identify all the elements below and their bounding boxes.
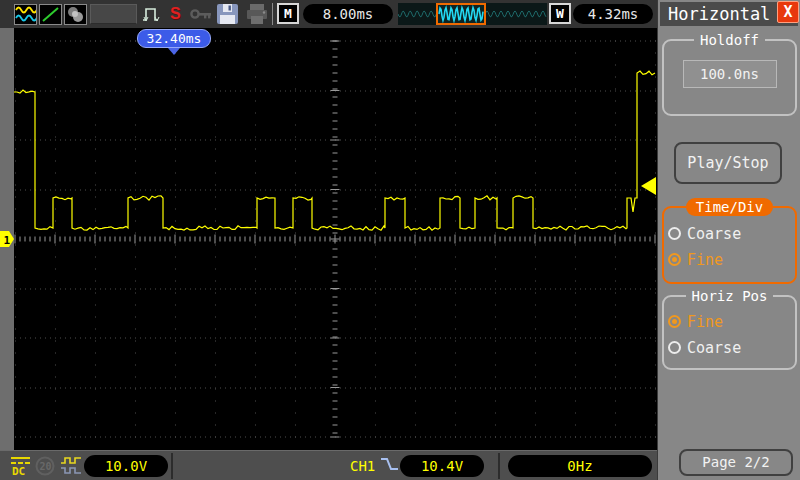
trigger-position-balloon: 32.40ms bbox=[137, 29, 211, 48]
radio-label: Coarse bbox=[687, 339, 741, 357]
time-div-fine-radio[interactable]: Fine bbox=[668, 251, 795, 268]
main-timebase-readout: 8.00ms bbox=[303, 4, 393, 24]
channel-waves-icon[interactable] bbox=[14, 4, 37, 25]
window-zoom-preview[interactable] bbox=[398, 3, 547, 25]
statusbar-separator bbox=[171, 453, 173, 479]
svg-text:20: 20 bbox=[40, 461, 52, 472]
window-timebase-badge[interactable]: W bbox=[549, 3, 571, 24]
save-icon[interactable] bbox=[216, 3, 239, 29]
close-icon[interactable]: X bbox=[777, 1, 799, 23]
holdoff-group: Holdoff 100.0ns bbox=[662, 32, 797, 116]
ramp-icon[interactable] bbox=[39, 4, 62, 25]
radio-label: Fine bbox=[687, 313, 723, 331]
holdoff-value-button[interactable]: 100.0ns bbox=[683, 60, 777, 88]
balloon-pointer bbox=[168, 48, 180, 55]
key-icon[interactable] bbox=[189, 4, 214, 28]
horizontal-menu-panel: Horizontal X Holdoff 100.0ns Play/Stop T… bbox=[657, 0, 800, 480]
holdoff-label: Holdoff bbox=[694, 32, 765, 48]
dc-coupling-icon: DC bbox=[9, 454, 33, 480]
s-indicator: S bbox=[170, 5, 181, 23]
trigger-level-marker[interactable] bbox=[641, 177, 656, 195]
top-toolbar: S M 8.0 bbox=[0, 0, 657, 28]
ch1-trace bbox=[14, 71, 655, 230]
window-timebase-readout: 4.32ms bbox=[573, 4, 653, 24]
svg-text:DC: DC bbox=[12, 465, 25, 478]
svg-text:1: 1 bbox=[4, 234, 11, 247]
radio-label: Fine bbox=[687, 251, 723, 269]
toolbar-separator bbox=[272, 3, 273, 25]
trigger-level-readout: 10.4V bbox=[400, 455, 484, 477]
trigger-source-label: CH1 bbox=[350, 455, 375, 477]
time-div-coarse-radio[interactable]: Coarse bbox=[668, 225, 795, 242]
pulse-trigger-icon[interactable] bbox=[141, 3, 164, 29]
radio-circle-icon bbox=[668, 253, 681, 266]
statusbar-separator-2 bbox=[498, 453, 500, 479]
horiz-pos-coarse-radio[interactable]: Coarse bbox=[668, 339, 795, 356]
time-div-label: Time/Div bbox=[686, 198, 773, 216]
horiz-pos-group: Horiz Pos Fine Coarse bbox=[662, 288, 797, 370]
waveform-display: 1 32.40ms bbox=[0, 28, 657, 450]
page-button[interactable]: Page 2/2 bbox=[679, 449, 793, 476]
bottom-status-bar: DC 20 10.0V CH1 10.4V 0Hz bbox=[0, 450, 657, 480]
falling-edge-icon bbox=[380, 455, 400, 479]
bandwidth-limit-icon: 20 bbox=[34, 455, 56, 480]
horiz-pos-label: Horiz Pos bbox=[686, 288, 774, 304]
volts-per-div-readout: 10.0V bbox=[84, 455, 168, 477]
noise-icon[interactable] bbox=[64, 4, 87, 25]
frequency-readout: 0Hz bbox=[508, 455, 652, 477]
oscilloscope-screen: S M 8.0 bbox=[0, 0, 800, 480]
invert-waveform-icon bbox=[59, 454, 83, 480]
main-timebase-badge[interactable]: M bbox=[277, 3, 299, 24]
horiz-pos-fine-radio[interactable]: Fine bbox=[668, 313, 795, 330]
radio-circle-icon bbox=[668, 227, 681, 240]
toolbar-recess-panel bbox=[90, 4, 137, 24]
radio-circle-icon bbox=[668, 341, 681, 354]
play-stop-button[interactable]: Play/Stop bbox=[674, 142, 782, 184]
radio-circle-icon bbox=[668, 315, 681, 328]
print-icon[interactable] bbox=[245, 3, 269, 29]
time-div-group: Time/Div Coarse Fine bbox=[662, 198, 797, 284]
radio-label: Coarse bbox=[687, 225, 741, 243]
trigger-position-label: 32.40ms bbox=[147, 31, 202, 46]
